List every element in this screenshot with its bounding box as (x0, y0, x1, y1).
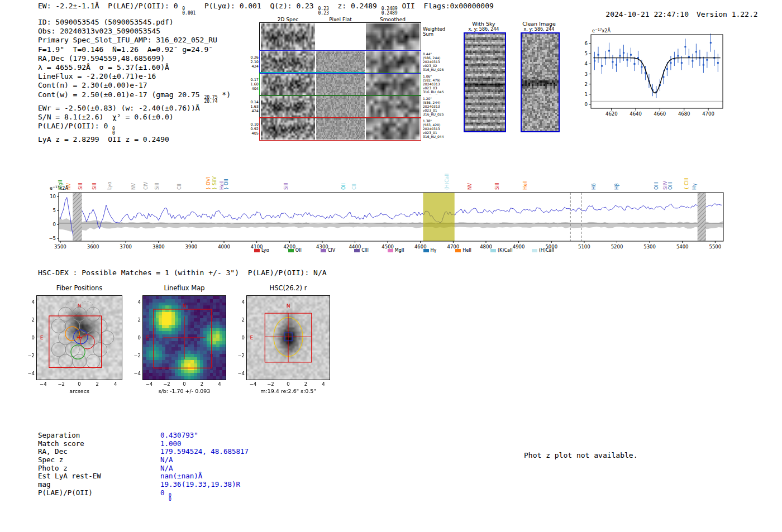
y-tick-label: 3 (585, 71, 588, 77)
fiber-circle (72, 354, 86, 368)
pixel-flat-image (316, 118, 365, 140)
full-spectrum-chart: 3500360037003800390040004100420043004400… (47, 146, 732, 258)
scale-value: 0.14 (246, 100, 259, 104)
text-segment: F=1.9" T=0.146 N̄=1.26 A=0.92̄ g=24.9̄ (38, 45, 208, 54)
x-tick-label: 4 (110, 381, 121, 387)
data-point (688, 56, 690, 57)
row-annotation: 1.06"(582, 479)20240313v023_03316_RU_045 (423, 74, 452, 94)
row-annotation: 1.20"(586, 244)20240313v023_01316_RU_025 (423, 97, 452, 116)
match-label: RA, Dec (38, 447, 160, 456)
y-tick-label: 0 (130, 335, 141, 341)
spec2d-image (261, 51, 315, 73)
annotation-line: Sum (423, 32, 452, 37)
scale-value: 2.10 (246, 60, 259, 64)
y-tick-label: 0 (53, 222, 56, 227)
annotation-line: 1.20" (423, 97, 452, 100)
data-point (706, 59, 708, 61)
data-point (630, 54, 632, 56)
match-label: Est LyA rest-EW (38, 472, 160, 480)
legend-swatch (321, 249, 326, 252)
x-tick-label: −2 (161, 381, 173, 387)
cutout-title: HSC(26.2) r (236, 284, 341, 292)
annotation-line: (586, 244) (423, 56, 452, 60)
x-tick-label: 4 (318, 381, 329, 387)
spec2d-col-header-pixelflat: Pixel Flat (316, 17, 365, 22)
data-point (616, 64, 617, 66)
info-line: Cont(w) = 2.50(±0.01)e-17 (gmag 20.75 20… (38, 90, 231, 104)
fiber-circle (86, 354, 100, 368)
with-sky-coords: x, y: 586, 244 (461, 27, 506, 32)
match-row: Spec zN/A (38, 456, 249, 464)
y-tick-label: 4 (130, 299, 141, 305)
error-band (59, 217, 723, 232)
clean-image (521, 32, 560, 132)
info-line: F=1.9" T=0.146 N̄=1.26 A=0.92̄ g=24.9̄ (38, 45, 231, 54)
legend-swatch (423, 249, 429, 252)
y-tick-label: −2 (233, 353, 245, 358)
sup-sub-stack: 0.230.23 (318, 7, 329, 15)
legend-swatch (455, 249, 461, 252)
row-annotation: WeightedSum (423, 27, 452, 37)
clean-image-coords: x, y: 586, 244 (518, 27, 560, 32)
text-segment: z: 0.2489 (329, 2, 382, 10)
match-row: P(LAE)/P(OII)0 00 (38, 488, 249, 497)
match-label: Spec z (38, 456, 160, 464)
data-point (601, 65, 603, 67)
emission-line-label: SiII (92, 183, 97, 190)
info-line: LyA z = 2.8299 OII z = 0.2490 (38, 135, 231, 144)
data-point (597, 54, 599, 56)
annotation-line: 20240313 (423, 104, 452, 108)
match-table: Separation0.430793"Match score1.000RA, D… (38, 431, 249, 497)
x-tick-label: 5400 (676, 244, 689, 250)
emission-line-label: SiII (494, 183, 500, 190)
y-tick-label: 2 (23, 317, 35, 323)
x-tick-label: 3600 (87, 244, 99, 250)
x-tick-label: 4640 (630, 111, 642, 117)
data-point (666, 68, 668, 70)
legend-swatch (532, 249, 537, 252)
match-row: Est LyA rest-EWnan(±nan)Å (38, 472, 249, 480)
legend-item: Hγ (423, 248, 437, 253)
y-tick-label: 2 (233, 317, 245, 323)
text-segment: RA,Dec (179.594559,48.685699) (38, 54, 165, 63)
data-point (608, 50, 610, 51)
scale-value: 424 (246, 64, 259, 69)
legend-item: HeII (455, 248, 471, 253)
match-label: Photo z (38, 464, 160, 472)
text-segment: *) (218, 90, 231, 99)
gaussian-fit-line (593, 58, 720, 93)
match-value: 1.000 (160, 439, 182, 448)
data-point (619, 55, 621, 56)
y-tick-label: 0 (585, 102, 588, 107)
info-line: λ = 4655.92Å σ = 5.37(±1.60)Å (38, 63, 231, 72)
data-point (692, 60, 693, 62)
legend-label: CIV (328, 248, 335, 253)
data-point (662, 76, 664, 78)
smoothed-image (366, 51, 419, 73)
report-timestamp: 2024-10-21 22:47:10 (605, 10, 689, 18)
legend-label: Lyα (261, 248, 269, 253)
scale-value: 0.92 (246, 127, 259, 131)
x-tick-label: 2 (92, 381, 103, 387)
smoothed-image (366, 74, 419, 95)
match-label: mag (38, 480, 160, 488)
scale-value: 404 (246, 87, 259, 91)
legend-swatch (354, 249, 360, 252)
match-value: 0 00 (160, 488, 171, 497)
match-value: 19.36(19.33,19.38)R (160, 480, 240, 488)
x-tick-label: −2 (56, 381, 67, 387)
text-segment: Cont(n) = 2.30(±0.00)e-17 (38, 81, 147, 89)
y-tick-label: 4 (23, 299, 35, 305)
legend-swatch (254, 249, 260, 252)
data-point (633, 63, 635, 65)
info-line: P(LAE)/P(OII): 0 00 (38, 122, 231, 135)
plot-frame (591, 35, 723, 108)
annotation-line: (582, 479) (423, 78, 452, 82)
spec2d-image (261, 96, 315, 117)
text-segment: ID: 5090053545 (5090053545.pdf) (38, 18, 174, 26)
data-point (594, 60, 595, 62)
data-point (623, 52, 624, 54)
spec2d-image (261, 118, 315, 140)
cutout-title: Fiber Positions (26, 284, 133, 292)
x-tick-label: 4660 (654, 111, 666, 117)
